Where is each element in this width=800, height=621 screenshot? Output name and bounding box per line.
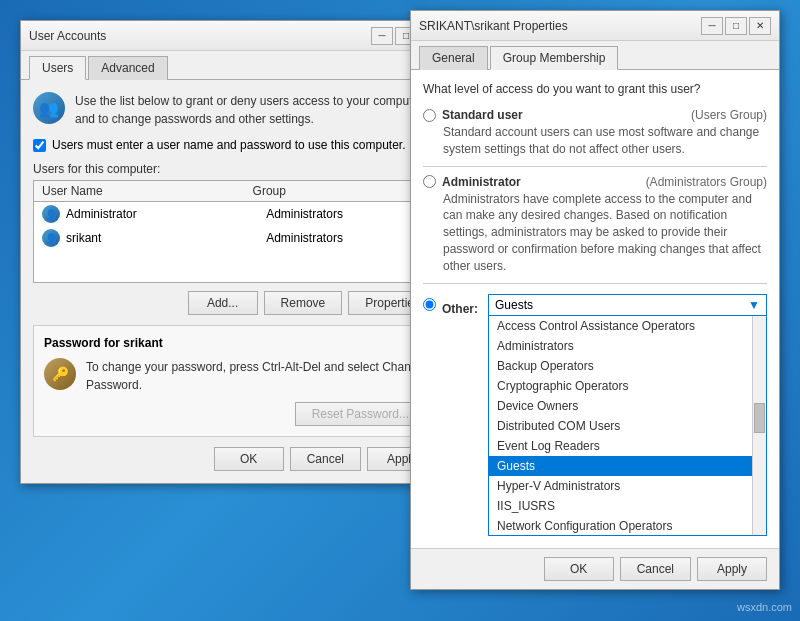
info-text: Use the list below to grant or deny user… [75,92,437,128]
dropdown-item[interactable]: Event Log Readers [489,436,766,456]
users-section-label: Users for this computer: [33,162,437,176]
properties-window: SRIKANT\srikant Properties ─ □ ✕ General… [410,10,780,590]
administrator-desc: Administrators have complete access to t… [443,191,767,275]
password-section: Password for srikant 🔑 To change your pa… [33,325,437,437]
props-apply-button[interactable]: Apply [697,557,767,581]
users-table: User Name Group 👤 Administrator Administ… [33,180,437,283]
other-section: Guests ▼ Access Control Assistance Opera… [488,294,767,536]
user-name-administrator: Administrator [66,207,260,221]
props-close-button[interactable]: ✕ [749,17,771,35]
administrator-option: Administrator (Administrators Group) Adm… [423,175,767,275]
user-icon-administrator: 👤 [42,205,60,223]
password-row: 🔑 To change your password, press Ctrl-Al… [44,358,426,426]
remove-button[interactable]: Remove [264,291,343,315]
table-body: 👤 Administrator Administrators 👤 srikant… [34,202,436,282]
props-window-controls: ─ □ ✕ [701,17,771,35]
table-row[interactable]: 👤 Administrator Administrators [34,202,436,226]
dropdown-item[interactable]: Network Configuration Operators [489,516,766,536]
password-title: Password for srikant [44,336,426,350]
col-header-group: Group [253,184,428,198]
dropdown-item[interactable]: Administrators [489,336,766,356]
minimize-button[interactable]: ─ [371,27,393,45]
table-header: User Name Group [34,181,436,202]
info-row: 👥 Use the list below to grant or deny us… [33,92,437,128]
props-maximize-button[interactable]: □ [725,17,747,35]
table-row[interactable]: 👤 srikant Administrators [34,226,436,250]
tab-users[interactable]: Users [29,56,86,80]
standard-user-option: Standard user (Users Group) Standard acc… [423,108,767,158]
tab-bar: Users Advanced [21,51,449,80]
props-bottom-buttons: OK Cancel Apply [411,548,779,589]
administrator-label: Administrator [442,175,521,189]
dropdown-list: Access Control Assistance Operators Admi… [488,316,767,536]
other-label: Other: [442,298,478,316]
user-accounts-window: User Accounts ─ □ ✕ Users Advanced 👥 Use… [20,20,450,484]
must-login-checkbox[interactable] [33,139,46,152]
user-group-srikant: Administrators [266,231,428,245]
dropdown-value: Guests [495,298,533,312]
dropdown-selected[interactable]: Guests ▼ [488,294,767,316]
reset-password-button[interactable]: Reset Password... [295,402,426,426]
checkbox-row: Users must enter a user name and passwor… [33,138,437,152]
user-group-administrator: Administrators [266,207,428,221]
user-accounts-title: User Accounts [29,29,106,43]
divider-1 [423,166,767,167]
dropdown-item[interactable]: Backup Operators [489,356,766,376]
properties-title: SRIKANT\srikant Properties [419,19,568,33]
checkbox-label: Users must enter a user name and passwor… [52,138,406,152]
user-name-srikant: srikant [66,231,260,245]
tab-group-membership[interactable]: Group Membership [490,46,619,70]
dropdown-item[interactable]: IIS_IUSRS [489,496,766,516]
administrator-radio[interactable] [423,175,436,188]
add-button[interactable]: Add... [188,291,258,315]
scrollbar-thumb[interactable] [754,403,765,433]
standard-user-row: Standard user (Users Group) [423,108,767,122]
other-radio[interactable] [423,298,436,311]
dropdown-arrow-icon: ▼ [748,298,760,312]
access-question: What level of access do you want to gran… [423,82,767,96]
user-accounts-titlebar: User Accounts ─ □ ✕ [21,21,449,51]
standard-user-sublabel: (Users Group) [691,108,767,122]
props-tab-bar: General Group Membership [411,41,779,70]
other-row: Other: Guests ▼ Access Control Assistanc… [423,294,767,536]
props-minimize-button[interactable]: ─ [701,17,723,35]
col-header-username: User Name [42,184,253,198]
user-icon-srikant: 👤 [42,229,60,247]
password-text: To change your password, press Ctrl-Alt-… [86,358,426,394]
standard-user-label: Standard user [442,108,523,122]
watermark: wsxdn.com [737,601,792,613]
divider-2 [423,283,767,284]
dropdown-item[interactable]: Access Control Assistance Operators [489,316,766,336]
cancel-button[interactable]: Cancel [290,447,361,471]
password-icon: 🔑 [44,358,76,390]
administrator-row: Administrator (Administrators Group) [423,175,767,189]
ok-button[interactable]: OK [214,447,284,471]
dropdown-item[interactable]: Cryptographic Operators [489,376,766,396]
properties-titlebar: SRIKANT\srikant Properties ─ □ ✕ [411,11,779,41]
standard-user-radio[interactable] [423,109,436,122]
standard-user-desc: Standard account users can use most soft… [443,124,767,158]
tab-general[interactable]: General [419,46,488,70]
tab-advanced[interactable]: Advanced [88,56,167,80]
user-accounts-content: 👥 Use the list below to grant or deny us… [21,80,449,483]
props-cancel-button[interactable]: Cancel [620,557,691,581]
dropdown-item[interactable]: Device Owners [489,396,766,416]
dropdown-item[interactable]: Distributed COM Users [489,416,766,436]
dropdown-item-guests[interactable]: Guests [489,456,766,476]
user-action-buttons: Add... Remove Properties [33,291,437,315]
administrator-sublabel: (Administrators Group) [646,175,767,189]
dropdown-item[interactable]: Hyper-V Administrators [489,476,766,496]
bottom-buttons: OK Cancel Apply [33,447,437,471]
properties-content: What level of access do you want to gran… [411,70,779,548]
props-ok-button[interactable]: OK [544,557,614,581]
scrollbar-track [752,316,766,535]
users-icon: 👥 [33,92,65,124]
